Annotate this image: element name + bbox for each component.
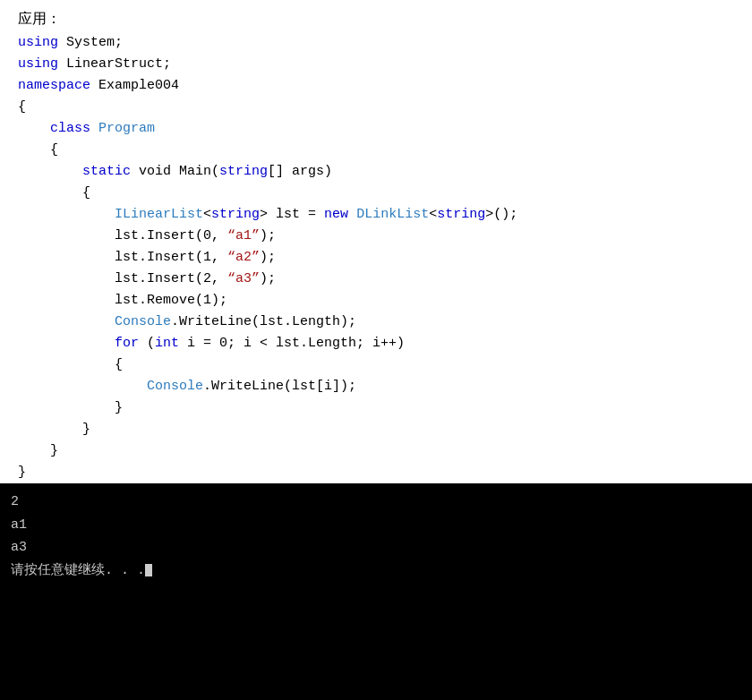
- code-line: namespace Example004: [18, 75, 734, 97]
- code-line: {: [18, 97, 734, 118]
- code-line: using LinearStruct;: [18, 54, 734, 75]
- code-line: using System;: [18, 32, 734, 54]
- code-line: static void Main(string[] args): [18, 161, 734, 183]
- code-line: {: [18, 140, 734, 161]
- code-content: using System;using LinearStruct;namespac…: [18, 32, 734, 483]
- code-line: Console.WriteLine(lst.Length);: [18, 312, 734, 333]
- code-line: }: [18, 397, 734, 419]
- code-line: }: [18, 419, 734, 440]
- console-output-line: 2: [11, 491, 741, 514]
- code-line: }: [18, 462, 734, 483]
- console-output-line: a1: [11, 514, 741, 537]
- code-editor: 应用： using System;using LinearStruct;name…: [0, 0, 752, 483]
- code-line: }: [18, 440, 734, 462]
- cursor-blink: [145, 564, 152, 576]
- code-line: ILinearList<string> lst = new DLinkList<…: [18, 204, 734, 226]
- code-line: class Program: [18, 118, 734, 140]
- section-label: 应用：: [18, 9, 734, 32]
- code-line: Console.WriteLine(lst[i]);: [18, 376, 734, 397]
- console-output-line: a3: [11, 536, 741, 559]
- code-line: {: [18, 354, 734, 376]
- code-line: lst.Remove(1);: [18, 290, 734, 312]
- code-line: lst.Insert(2, “a3”);: [18, 269, 734, 290]
- code-line: lst.Insert(0, “a1”);: [18, 226, 734, 247]
- code-line: {: [18, 183, 734, 204]
- console-prompt: 请按任意键继续. . .: [11, 559, 741, 583]
- code-line: lst.Insert(1, “a2”);: [18, 247, 734, 269]
- console-output: 2a1a3请按任意键继续. . .: [0, 483, 752, 700]
- code-line: for (int i = 0; i < lst.Length; i++): [18, 333, 734, 354]
- console-lines: 2a1a3请按任意键继续. . .: [11, 491, 741, 582]
